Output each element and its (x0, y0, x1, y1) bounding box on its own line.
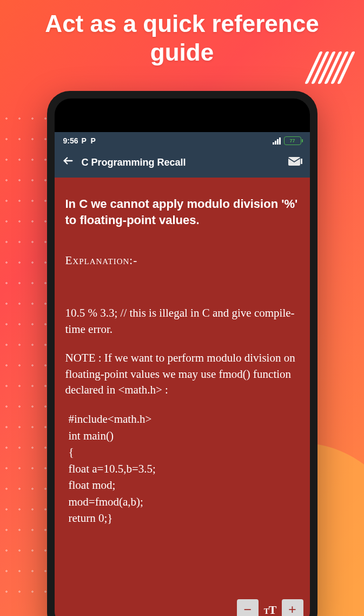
status-time: 9:56 (63, 136, 78, 145)
app-screen: 9:56 P P 77 C Programming Recall In C (55, 132, 310, 616)
note-text: NOTE : If we want to perform modulo divi… (65, 350, 299, 398)
back-arrow-icon[interactable] (62, 155, 74, 170)
app-bar: C Programming Recall (55, 149, 310, 178)
increase-font-button[interactable]: + (282, 599, 303, 616)
svg-rect-2 (301, 159, 302, 164)
phone-frame: 9:56 P P 77 C Programming Recall In C (47, 91, 317, 616)
promo-title: Act as a quick reference guide (0, 0, 364, 67)
app-bar-title: C Programming Recall (82, 157, 281, 168)
content-area[interactable]: In C we cannot apply modulo division '%'… (55, 178, 310, 616)
content-heading: In C we cannot apply modulo division '%'… (65, 196, 299, 228)
signal-icon (273, 137, 281, 145)
status-indicator: P P (82, 136, 97, 145)
code-block: #include<math.h> int main() { float a=10… (65, 411, 299, 526)
example-text: 10.5 % 3.3; // this is illegal in C and … (65, 305, 299, 337)
status-bar: 9:56 P P 77 (55, 132, 310, 149)
explanation-label: Explanation:- (65, 254, 299, 267)
battery-icon: 77 (284, 136, 301, 145)
mail-icon[interactable] (288, 157, 302, 168)
decorative-dots (0, 108, 54, 595)
decorative-slashes (312, 51, 348, 84)
svg-rect-1 (288, 157, 300, 166)
text-size-icon: TT (264, 603, 276, 616)
decrease-font-button[interactable]: − (237, 599, 259, 616)
font-controls: − TT + (237, 599, 303, 616)
